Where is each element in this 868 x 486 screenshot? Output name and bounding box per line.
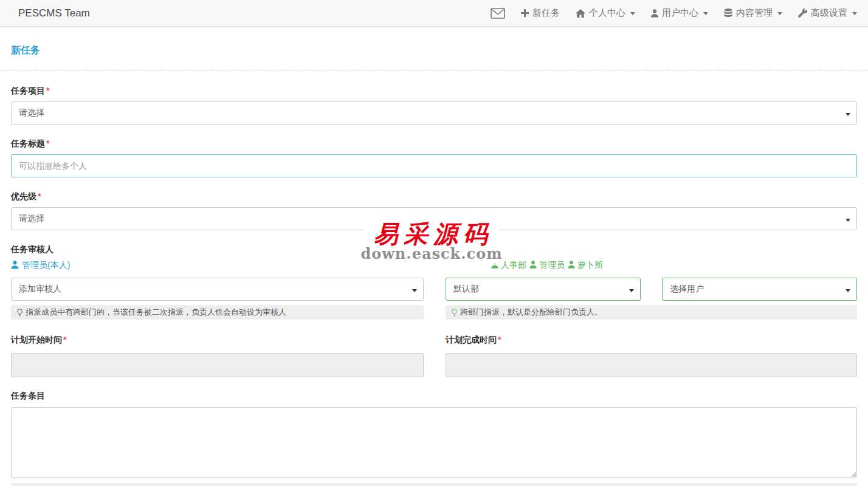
new-task-form: 任务项目* 请选择 任务标题* 优先级* 请选择 任务审核人 <box>11 86 857 486</box>
task-title-label: 任务标题* <box>11 139 857 149</box>
task-items-label: 任务条目 <box>11 391 857 402</box>
nav-item-label: 高级设置 <box>811 7 847 19</box>
department-select-value: 默认部 <box>453 284 479 295</box>
caret-down-icon <box>846 214 850 224</box>
assigned-member[interactable]: 萝卜斯 <box>568 260 603 271</box>
start-time-input[interactable] <box>11 353 424 377</box>
task-project-select[interactable]: 请选择 <box>11 101 857 125</box>
assignee-hint: 跨部门指派，默认是分配给部门负责人。 <box>446 305 857 320</box>
add-reviewer-select-value: 添加审核人 <box>19 284 61 295</box>
reviewer-current-name: 管理员(本人) <box>22 260 70 271</box>
required-asterisk: * <box>63 335 66 344</box>
field-start-time: 计划开始时间* <box>11 335 424 377</box>
required-asterisk: * <box>46 139 49 148</box>
assignee-selects-col: 默认部 选择用户 <box>446 278 857 301</box>
finish-time-input[interactable] <box>446 353 857 377</box>
assigned-member-name: 管理员 <box>539 260 565 271</box>
caret-down-icon <box>412 284 417 294</box>
reviewer-selects-row: 添加审核人 默认部 选择用户 <box>11 278 857 301</box>
task-project-select-value: 请选择 <box>19 108 44 118</box>
nav-advanced-settings[interactable]: 高级设置 <box>798 7 857 19</box>
lightbulb-icon <box>17 309 22 317</box>
nav-item-label: 用户中心 <box>662 7 698 19</box>
nav-item-label: 个人中心 <box>589 7 625 19</box>
reviewer-current[interactable]: 管理员(本人) <box>11 260 70 271</box>
watermark: 易采源码 down.easck.com <box>363 220 500 264</box>
nav-personal-center[interactable]: 个人中心 <box>576 7 635 19</box>
database-icon <box>724 9 732 18</box>
user-select-value: 选择用户 <box>670 284 704 295</box>
reviewer-select-col: 添加审核人 <box>11 278 424 301</box>
caret-down-icon <box>629 284 634 294</box>
assignee-hint-text: 跨部门指派，默认是分配给部门负责人。 <box>460 308 602 317</box>
priority-select-value: 请选择 <box>19 213 44 224</box>
user-icon <box>11 261 19 271</box>
chevron-down-icon <box>777 12 782 15</box>
plus-icon <box>521 9 529 17</box>
reviewer-hint-text: 指派成员中有跨部门的，当该任务被二次指派，负责人也会自动设为审核人 <box>26 308 286 317</box>
priority-label: 优先级* <box>11 191 857 202</box>
assigned-member[interactable]: 管理员 <box>529 260 565 271</box>
reviewer-hint: 指派成员中有跨部门的，当该任务被二次指派，负责人也会自动设为审核人 <box>11 305 424 320</box>
add-reviewer-select[interactable]: 添加审核人 <box>11 278 424 301</box>
field-task-title: 任务标题* <box>11 139 857 177</box>
caret-down-icon <box>846 284 850 294</box>
page-header: 新任务 <box>0 27 868 71</box>
required-asterisk: * <box>46 86 49 95</box>
caret-down-icon <box>846 108 850 118</box>
wrench-icon <box>798 9 807 18</box>
messages-button[interactable] <box>491 8 505 19</box>
user-icon <box>568 261 575 270</box>
home-icon <box>576 9 585 18</box>
envelope-icon <box>491 8 505 19</box>
watermark-title: 易采源码 <box>370 222 493 246</box>
user-select[interactable]: 选择用户 <box>662 278 857 301</box>
task-items-textarea[interactable] <box>11 407 857 478</box>
required-asterisk: * <box>498 335 501 344</box>
task-project-label: 任务项目* <box>11 86 857 97</box>
dates-row: 计划开始时间* 计划完成时间* <box>11 335 857 377</box>
navbar-menu: 新任务 个人中心 用户中心 内容管理 <box>491 7 857 19</box>
field-task-items: 任务条目 一行一条条目填写。将任务条目明细化，有助于任务的完成和跟踪。指派给多人… <box>11 391 857 486</box>
reviewer-hints-row: 指派成员中有跨部门的，当该任务被二次指派，负责人也会自动设为审核人 跨部门指派，… <box>11 305 857 320</box>
nav-user-center[interactable]: 用户中心 <box>651 7 708 19</box>
task-items-hint: 一行一条条目填写。将任务条目明细化，有助于任务的完成和跟踪。指派给多人时，最好填… <box>11 483 857 486</box>
chevron-down-icon <box>703 12 708 15</box>
field-finish-time: 计划完成时间* <box>446 335 857 377</box>
user-icon <box>651 9 658 18</box>
start-time-label: 计划开始时间* <box>11 335 424 346</box>
chevron-down-icon <box>630 12 635 15</box>
watermark-url: down.easck.com <box>360 246 502 262</box>
user-icon <box>529 261 537 270</box>
nav-content-management[interactable]: 内容管理 <box>724 7 782 19</box>
nav-item-label: 新任务 <box>532 7 560 19</box>
assigned-member-name: 萝卜斯 <box>577 260 603 271</box>
nav-item-label: 内容管理 <box>736 7 773 19</box>
lightbulb-icon <box>452 309 457 317</box>
assigned-member-name: 人事部 <box>501 260 526 271</box>
required-asterisk: * <box>38 191 41 201</box>
app-brand: PESCMS Team <box>18 7 90 19</box>
top-navbar: PESCMS Team 新任务 个人中心 用户中心 <box>0 0 868 27</box>
nav-new-task[interactable]: 新任务 <box>521 7 560 19</box>
assigned-members-list: 人事部 管理员 萝卜斯 <box>491 260 603 271</box>
page-title: 新任务 <box>11 44 868 57</box>
department-select[interactable]: 默认部 <box>446 278 641 301</box>
finish-time-label: 计划完成时间* <box>446 335 857 346</box>
field-task-project: 任务项目* 请选择 <box>11 86 857 125</box>
task-title-input[interactable] <box>11 154 857 177</box>
chevron-down-icon <box>852 12 857 15</box>
